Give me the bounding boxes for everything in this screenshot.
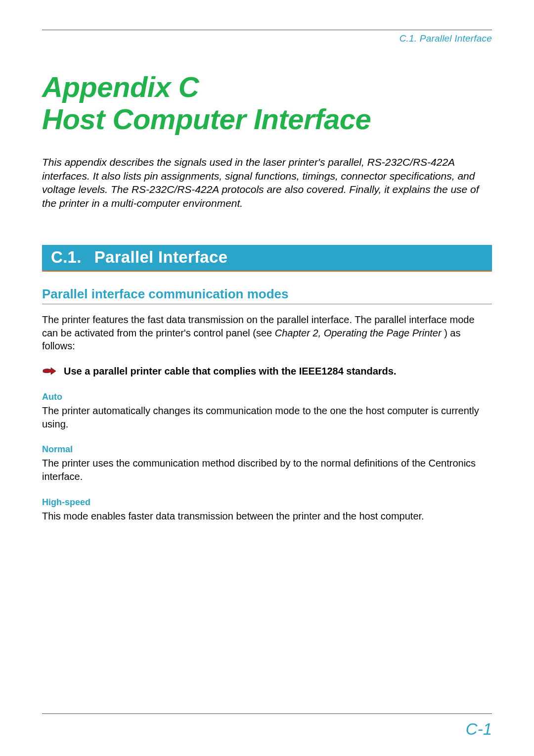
mode-high-speed-heading: High-speed: [42, 497, 492, 508]
running-head: C.1. Parallel Interface: [42, 33, 492, 44]
pointer-icon: [42, 366, 57, 377]
section-title: Parallel Interface: [94, 248, 228, 266]
page-number: C-1: [466, 720, 492, 739]
intro-paragraph: This appendix describes the signals used…: [42, 155, 492, 210]
section-heading-bar: C.1.Parallel Interface: [42, 245, 492, 272]
page-title-block: Appendix C Host Computer Interface: [42, 71, 492, 136]
mode-auto-heading: Auto: [42, 392, 492, 402]
body-paragraph: The printer features the fast data trans…: [42, 313, 492, 353]
subsection-heading: Parallel interface communication modes: [42, 286, 492, 304]
note-text: Use a parallel printer cable that compli…: [62, 365, 396, 378]
page-title-line-1: Appendix C: [42, 71, 492, 103]
page-title-line-2: Host Computer Interface: [42, 103, 492, 136]
mode-auto-text: The printer automatically changes its co…: [42, 404, 492, 430]
mode-normal-heading: Normal: [42, 444, 492, 455]
header-rule: [42, 30, 492, 30]
body-p1-italic: Chapter 2, Operating the Page Printer: [275, 328, 444, 338]
mode-high-speed-text: This mode enables faster data transmissi…: [42, 510, 492, 523]
section-number: C.1.: [51, 248, 82, 266]
footer-rule: [42, 713, 492, 714]
mode-normal-text: The printer uses the communication metho…: [42, 457, 492, 483]
note-callout: Use a parallel printer cable that compli…: [42, 365, 492, 378]
